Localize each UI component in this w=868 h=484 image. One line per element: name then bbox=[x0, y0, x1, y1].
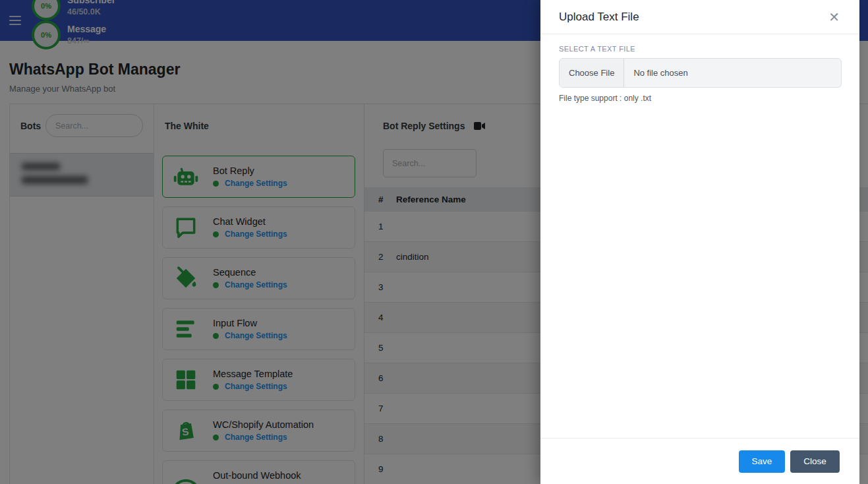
modal-footer: Save Close bbox=[540, 438, 859, 484]
choose-file-button[interactable]: Choose File bbox=[560, 59, 624, 87]
modal-title: Upload Text File bbox=[559, 11, 639, 24]
modal-body: SELECT A TEXT FILE Choose File No file c… bbox=[559, 45, 842, 103]
file-chosen-status: No file chosen bbox=[624, 68, 687, 78]
close-button[interactable]: Close bbox=[790, 450, 840, 473]
file-type-hint: File type support : only .txt bbox=[559, 94, 842, 103]
close-icon[interactable]: ✕ bbox=[828, 11, 840, 24]
modal-header: Upload Text File ✕ bbox=[540, 0, 859, 34]
file-input[interactable]: Choose File No file chosen bbox=[559, 58, 842, 88]
save-button[interactable]: Save bbox=[739, 450, 785, 473]
upload-text-file-modal: Upload Text File ✕ SELECT A TEXT FILE Ch… bbox=[540, 0, 859, 484]
file-field-label: SELECT A TEXT FILE bbox=[559, 45, 842, 53]
